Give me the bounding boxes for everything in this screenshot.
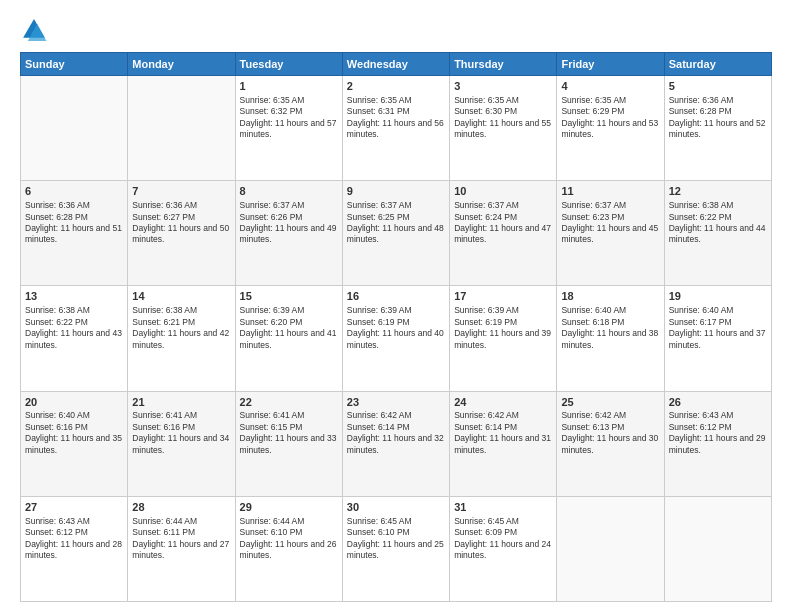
day-number: 4: [561, 79, 659, 94]
day-number: 9: [347, 184, 445, 199]
day-info: Sunrise: 6:35 AMSunset: 6:32 PMDaylight:…: [240, 95, 338, 141]
column-header-thursday: Thursday: [450, 53, 557, 76]
day-number: 27: [25, 500, 123, 515]
day-number: 8: [240, 184, 338, 199]
day-info: Sunrise: 6:45 AMSunset: 6:10 PMDaylight:…: [347, 516, 445, 562]
day-info: Sunrise: 6:37 AMSunset: 6:25 PMDaylight:…: [347, 200, 445, 246]
calendar-week-row: 27Sunrise: 6:43 AMSunset: 6:12 PMDayligh…: [21, 496, 772, 601]
calendar-cell: 12Sunrise: 6:38 AMSunset: 6:22 PMDayligh…: [664, 181, 771, 286]
calendar-table: SundayMondayTuesdayWednesdayThursdayFrid…: [20, 52, 772, 602]
calendar-cell: 22Sunrise: 6:41 AMSunset: 6:15 PMDayligh…: [235, 391, 342, 496]
day-info: Sunrise: 6:37 AMSunset: 6:26 PMDaylight:…: [240, 200, 338, 246]
day-info: Sunrise: 6:41 AMSunset: 6:16 PMDaylight:…: [132, 410, 230, 456]
day-info: Sunrise: 6:39 AMSunset: 6:19 PMDaylight:…: [347, 305, 445, 351]
page: SundayMondayTuesdayWednesdayThursdayFrid…: [0, 0, 792, 612]
day-info: Sunrise: 6:42 AMSunset: 6:14 PMDaylight:…: [347, 410, 445, 456]
calendar-week-row: 6Sunrise: 6:36 AMSunset: 6:28 PMDaylight…: [21, 181, 772, 286]
calendar-cell: 9Sunrise: 6:37 AMSunset: 6:25 PMDaylight…: [342, 181, 449, 286]
day-number: 1: [240, 79, 338, 94]
column-header-monday: Monday: [128, 53, 235, 76]
logo: [20, 16, 52, 44]
calendar-cell: 25Sunrise: 6:42 AMSunset: 6:13 PMDayligh…: [557, 391, 664, 496]
day-number: 16: [347, 289, 445, 304]
calendar-cell: 28Sunrise: 6:44 AMSunset: 6:11 PMDayligh…: [128, 496, 235, 601]
day-info: Sunrise: 6:38 AMSunset: 6:22 PMDaylight:…: [669, 200, 767, 246]
day-info: Sunrise: 6:40 AMSunset: 6:16 PMDaylight:…: [25, 410, 123, 456]
day-number: 15: [240, 289, 338, 304]
day-number: 6: [25, 184, 123, 199]
day-info: Sunrise: 6:39 AMSunset: 6:20 PMDaylight:…: [240, 305, 338, 351]
day-info: Sunrise: 6:35 AMSunset: 6:30 PMDaylight:…: [454, 95, 552, 141]
day-number: 18: [561, 289, 659, 304]
day-info: Sunrise: 6:44 AMSunset: 6:11 PMDaylight:…: [132, 516, 230, 562]
day-number: 26: [669, 395, 767, 410]
day-number: 20: [25, 395, 123, 410]
calendar-cell: [664, 496, 771, 601]
day-info: Sunrise: 6:36 AMSunset: 6:27 PMDaylight:…: [132, 200, 230, 246]
calendar-cell: 29Sunrise: 6:44 AMSunset: 6:10 PMDayligh…: [235, 496, 342, 601]
calendar-cell: 24Sunrise: 6:42 AMSunset: 6:14 PMDayligh…: [450, 391, 557, 496]
day-number: 2: [347, 79, 445, 94]
calendar-cell: 16Sunrise: 6:39 AMSunset: 6:19 PMDayligh…: [342, 286, 449, 391]
day-info: Sunrise: 6:35 AMSunset: 6:29 PMDaylight:…: [561, 95, 659, 141]
calendar-cell: 15Sunrise: 6:39 AMSunset: 6:20 PMDayligh…: [235, 286, 342, 391]
day-number: 7: [132, 184, 230, 199]
logo-icon: [20, 16, 48, 44]
day-number: 22: [240, 395, 338, 410]
day-number: 21: [132, 395, 230, 410]
calendar-cell: [557, 496, 664, 601]
calendar-cell: 13Sunrise: 6:38 AMSunset: 6:22 PMDayligh…: [21, 286, 128, 391]
day-number: 19: [669, 289, 767, 304]
calendar-cell: 7Sunrise: 6:36 AMSunset: 6:27 PMDaylight…: [128, 181, 235, 286]
day-number: 31: [454, 500, 552, 515]
day-info: Sunrise: 6:39 AMSunset: 6:19 PMDaylight:…: [454, 305, 552, 351]
day-number: 30: [347, 500, 445, 515]
day-number: 10: [454, 184, 552, 199]
calendar-cell: 5Sunrise: 6:36 AMSunset: 6:28 PMDaylight…: [664, 76, 771, 181]
calendar-cell: 23Sunrise: 6:42 AMSunset: 6:14 PMDayligh…: [342, 391, 449, 496]
day-info: Sunrise: 6:44 AMSunset: 6:10 PMDaylight:…: [240, 516, 338, 562]
calendar-cell: 1Sunrise: 6:35 AMSunset: 6:32 PMDaylight…: [235, 76, 342, 181]
day-number: 3: [454, 79, 552, 94]
calendar-cell: 20Sunrise: 6:40 AMSunset: 6:16 PMDayligh…: [21, 391, 128, 496]
calendar-cell: 14Sunrise: 6:38 AMSunset: 6:21 PMDayligh…: [128, 286, 235, 391]
day-number: 13: [25, 289, 123, 304]
column-header-friday: Friday: [557, 53, 664, 76]
day-number: 24: [454, 395, 552, 410]
day-info: Sunrise: 6:38 AMSunset: 6:22 PMDaylight:…: [25, 305, 123, 351]
header: [20, 16, 772, 44]
calendar-cell: 8Sunrise: 6:37 AMSunset: 6:26 PMDaylight…: [235, 181, 342, 286]
day-number: 14: [132, 289, 230, 304]
calendar-cell: [128, 76, 235, 181]
calendar-cell: 6Sunrise: 6:36 AMSunset: 6:28 PMDaylight…: [21, 181, 128, 286]
day-number: 23: [347, 395, 445, 410]
calendar-cell: 19Sunrise: 6:40 AMSunset: 6:17 PMDayligh…: [664, 286, 771, 391]
day-info: Sunrise: 6:41 AMSunset: 6:15 PMDaylight:…: [240, 410, 338, 456]
day-number: 12: [669, 184, 767, 199]
day-info: Sunrise: 6:43 AMSunset: 6:12 PMDaylight:…: [25, 516, 123, 562]
day-number: 17: [454, 289, 552, 304]
calendar-cell: [21, 76, 128, 181]
calendar-cell: 11Sunrise: 6:37 AMSunset: 6:23 PMDayligh…: [557, 181, 664, 286]
calendar-week-row: 1Sunrise: 6:35 AMSunset: 6:32 PMDaylight…: [21, 76, 772, 181]
calendar-cell: 10Sunrise: 6:37 AMSunset: 6:24 PMDayligh…: [450, 181, 557, 286]
day-number: 28: [132, 500, 230, 515]
calendar-cell: 4Sunrise: 6:35 AMSunset: 6:29 PMDaylight…: [557, 76, 664, 181]
day-info: Sunrise: 6:37 AMSunset: 6:24 PMDaylight:…: [454, 200, 552, 246]
calendar-cell: 21Sunrise: 6:41 AMSunset: 6:16 PMDayligh…: [128, 391, 235, 496]
calendar-cell: 3Sunrise: 6:35 AMSunset: 6:30 PMDaylight…: [450, 76, 557, 181]
day-number: 29: [240, 500, 338, 515]
calendar-week-row: 13Sunrise: 6:38 AMSunset: 6:22 PMDayligh…: [21, 286, 772, 391]
day-number: 11: [561, 184, 659, 199]
calendar-cell: 27Sunrise: 6:43 AMSunset: 6:12 PMDayligh…: [21, 496, 128, 601]
column-header-saturday: Saturday: [664, 53, 771, 76]
day-info: Sunrise: 6:43 AMSunset: 6:12 PMDaylight:…: [669, 410, 767, 456]
day-info: Sunrise: 6:45 AMSunset: 6:09 PMDaylight:…: [454, 516, 552, 562]
calendar-cell: 17Sunrise: 6:39 AMSunset: 6:19 PMDayligh…: [450, 286, 557, 391]
day-info: Sunrise: 6:36 AMSunset: 6:28 PMDaylight:…: [669, 95, 767, 141]
day-number: 5: [669, 79, 767, 94]
day-number: 25: [561, 395, 659, 410]
calendar-cell: 26Sunrise: 6:43 AMSunset: 6:12 PMDayligh…: [664, 391, 771, 496]
day-info: Sunrise: 6:36 AMSunset: 6:28 PMDaylight:…: [25, 200, 123, 246]
day-info: Sunrise: 6:38 AMSunset: 6:21 PMDaylight:…: [132, 305, 230, 351]
